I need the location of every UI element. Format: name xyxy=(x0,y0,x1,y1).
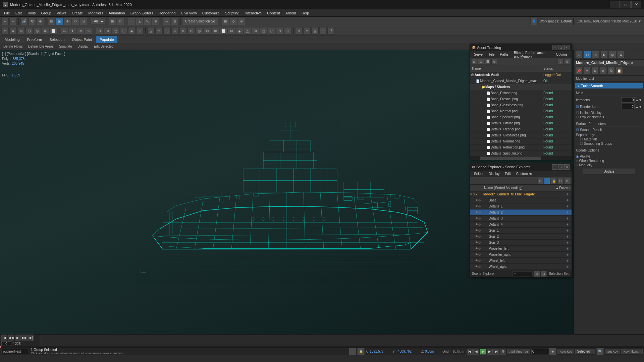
tb2-more6[interactable]: ⊙ xyxy=(187,27,195,35)
tb2-transforms[interactable]: ⇔ xyxy=(61,27,68,35)
bind-button[interactable]: ⊕ xyxy=(37,18,44,25)
at-maximize[interactable]: □ xyxy=(558,45,564,50)
manually-radio[interactable] xyxy=(576,163,578,167)
tb2-tools4[interactable]: ⬡ xyxy=(120,27,127,35)
at-tb-btn3[interactable]: ☰ xyxy=(485,59,491,65)
unlink-button[interactable]: ⛓ xyxy=(29,18,36,25)
tb2-move2[interactable]: ✛ xyxy=(69,27,76,35)
tb2-btn6[interactable]: ⊕ xyxy=(42,27,49,35)
ctx-simulate[interactable]: Simulate xyxy=(58,45,73,48)
at-file-row-3[interactable]: 📄 Base_Normal.png Found xyxy=(470,108,572,114)
undo-button[interactable]: ↩ xyxy=(1,18,9,25)
menu-interactive[interactable]: Interactive xyxy=(242,9,265,17)
tb2-btn5[interactable]: ◎ xyxy=(34,27,41,35)
tb2-render4[interactable]: ⊡ xyxy=(319,27,327,35)
se-maximize[interactable]: □ xyxy=(558,164,564,170)
rotate-button[interactable]: ↻ xyxy=(72,18,79,25)
menu-graph-editors[interactable]: Graph Editors xyxy=(128,9,156,17)
maximize-button[interactable]: □ xyxy=(621,1,631,8)
isoline-checkbox[interactable] xyxy=(576,111,579,115)
se-tb-lock[interactable]: 🔒 xyxy=(551,178,557,184)
tb2-more7[interactable]: ◎ xyxy=(196,27,203,35)
link-button[interactable]: 🔗 xyxy=(20,18,28,25)
se-tb-collapse[interactable]: ⊕ xyxy=(564,178,570,184)
close-button[interactable]: ✕ xyxy=(631,1,641,8)
smoothing-groups-checkbox[interactable] xyxy=(580,142,583,145)
se-menu-customize[interactable]: Customize xyxy=(514,171,535,176)
menu-file[interactable]: File xyxy=(1,9,13,17)
tb2-more2[interactable]: ◇ xyxy=(155,27,163,35)
tb2-more13[interactable]: △ xyxy=(244,27,251,35)
menu-views[interactable]: Views xyxy=(54,9,69,17)
se-row-8[interactable]: 👁 ◎ Gun_3 ❄ xyxy=(470,240,572,246)
menu-civil-view[interactable]: Civil View xyxy=(178,9,199,17)
rp-display-icon[interactable]: ◎ xyxy=(609,51,616,58)
tb2-more17[interactable]: ⊙ xyxy=(276,27,283,35)
menu-arnold[interactable]: Arnold xyxy=(283,9,299,17)
menu-create[interactable]: Create xyxy=(69,9,86,17)
select-button[interactable]: ⊡ xyxy=(48,18,55,25)
at-file-row-9[interactable]: 📄 Details_Refraction.png Found xyxy=(470,144,572,150)
at-row-vault[interactable]: 🏛 Autodesk Vault Logged Out... xyxy=(470,72,572,78)
se-minimize[interactable]: ─ xyxy=(552,164,557,170)
rp-create-icon[interactable]: ⊕ xyxy=(575,51,583,58)
se-menu-edit[interactable]: Edit xyxy=(502,171,514,176)
next-frame-btn[interactable]: ▶| xyxy=(28,335,34,341)
at-menu-bitmap[interactable]: Bitmap Performance and Memory xyxy=(511,50,553,59)
ctx-define-flows[interactable]: Define Flows xyxy=(2,45,24,48)
se-row-2[interactable]: 👁 ◎ Details_1 ❄ xyxy=(470,203,572,209)
menu-help[interactable]: Help xyxy=(299,9,312,17)
menu-customize[interactable]: Customize xyxy=(200,9,222,17)
viewport-nav[interactable]: ⊞ xyxy=(109,18,116,25)
se-footer-btn2[interactable]: ⊟ xyxy=(541,271,547,277)
at-menu-server[interactable]: Server xyxy=(471,52,486,57)
at-file-row-10[interactable]: 📄 Details_Specular.png Found xyxy=(470,150,572,157)
tb2-btn4[interactable]: ⬡ xyxy=(25,27,33,35)
mod-icon-delete[interactable]: ✕ xyxy=(599,67,607,74)
tb2-render2[interactable]: ⊙ xyxy=(303,27,311,35)
se-menu-select[interactable]: Select xyxy=(471,171,486,176)
at-file-row-2[interactable]: 📄 Base_Glossiness.png Found xyxy=(470,102,572,108)
tb2-more18[interactable]: ⊟ xyxy=(284,27,291,35)
render-setup[interactable]: ⊙ xyxy=(238,18,245,25)
se-row-7[interactable]: 👁 ◎ Gun_2 ❄ xyxy=(470,234,572,240)
menu-animation[interactable]: Animation xyxy=(106,9,128,17)
at-tb-btn4[interactable]: ⊕ xyxy=(491,59,497,65)
selection-filter[interactable]: All xyxy=(91,18,105,25)
prev-btn2[interactable]: ◀ xyxy=(473,349,479,355)
tb2-tools3[interactable]: ◻ xyxy=(112,27,119,35)
se-tb-filter[interactable]: ⊞ xyxy=(537,178,543,184)
tb2-more14[interactable]: ⊕ xyxy=(252,27,259,35)
at-menu-paths[interactable]: Paths xyxy=(497,52,512,57)
tb2-more9[interactable]: ⊞ xyxy=(212,27,219,35)
tab-modeling[interactable]: Modeling xyxy=(1,36,23,43)
snap-btn[interactable]: ⌗ xyxy=(349,348,356,355)
tab-object-paint[interactable]: Object Paint xyxy=(69,36,96,43)
at-scrollbar[interactable] xyxy=(470,157,572,160)
at-file-row-7[interactable]: 📄 Details_Glossiness.png Found xyxy=(470,132,572,138)
play-btn[interactable]: ▶ xyxy=(15,335,21,341)
add-time-tag-btn[interactable]: Add Time Tag xyxy=(507,349,530,354)
move-button[interactable]: ✛ xyxy=(64,18,71,25)
next-frame-btn2[interactable]: ▶| xyxy=(493,349,499,355)
ctx-display[interactable]: Display xyxy=(76,45,90,48)
tb2-tools5[interactable]: ◈ xyxy=(128,27,136,35)
tb2-tools6[interactable]: ⊞ xyxy=(136,27,144,35)
snap-toggle[interactable]: ⌗ xyxy=(128,18,135,25)
menu-tools[interactable]: Tools xyxy=(24,9,39,17)
schematic-view[interactable]: ⊞ xyxy=(222,18,229,25)
always-radio[interactable] xyxy=(576,155,579,158)
tb2-render1[interactable]: ⊕ xyxy=(295,27,303,35)
rp-modify-icon[interactable]: ⊟ xyxy=(584,51,591,58)
se-tb-sort[interactable]: ↕ xyxy=(544,178,550,184)
mod-icon-paste[interactable]: 📋 xyxy=(615,67,623,74)
se-row-12[interactable]: 👁 ◎ Wheel_right ❄ xyxy=(470,264,572,270)
menu-rendering[interactable]: Rendering xyxy=(156,9,178,17)
at-file-row-8[interactable]: 📄 Details_Normal.png Found xyxy=(470,138,572,144)
rp-hierarchy-icon[interactable]: ⊞ xyxy=(592,51,599,58)
tb2-more4[interactable]: ○ xyxy=(171,27,179,35)
se-footer-btn1[interactable]: ⊕ xyxy=(534,271,540,277)
mod-icon-pin[interactable]: 📌 xyxy=(575,67,583,74)
tb2-more1[interactable]: △ xyxy=(147,27,155,35)
tb2-scale2[interactable]: ⤡ xyxy=(85,27,92,35)
